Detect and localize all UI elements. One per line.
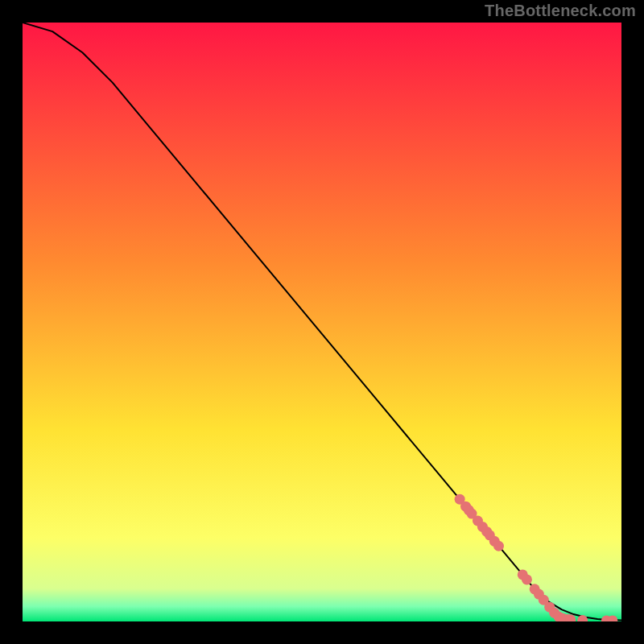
scatter-point [522, 574, 532, 584]
attribution-label: TheBottleneck.com [485, 2, 636, 20]
scatter-point [493, 541, 504, 551]
chart-plot-area [23, 23, 621, 621]
chart-background [23, 23, 621, 621]
chart-svg [23, 23, 621, 621]
chart-frame: TheBottleneck.com [0, 0, 644, 644]
